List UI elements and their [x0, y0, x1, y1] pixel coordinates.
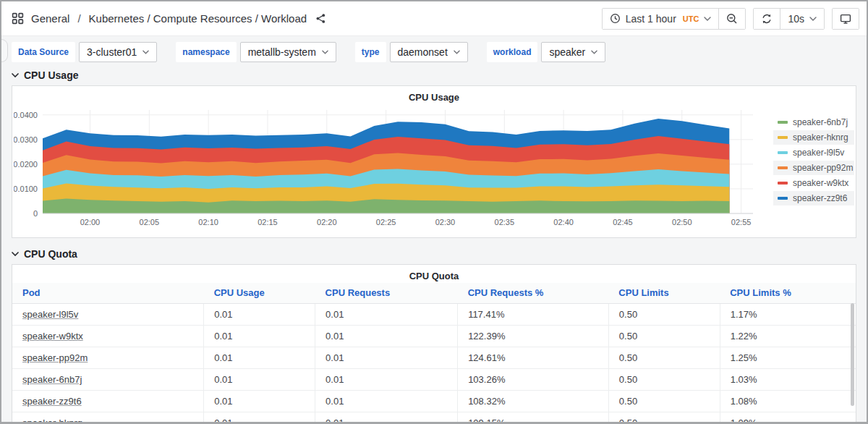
- table-row: speaker-pp92m0.010.01124.61%0.501.25%: [12, 347, 856, 369]
- refresh-button[interactable]: [754, 9, 780, 29]
- pod-link[interactable]: speaker-6nb7j: [22, 374, 82, 385]
- breadcrumb-dashboard[interactable]: Kubernetes / Compute Resources / Workloa…: [89, 12, 307, 25]
- table-cell: 0.01: [315, 326, 458, 347]
- table-cell: 103.26%: [458, 369, 609, 391]
- legend-color-swatch: [778, 151, 788, 154]
- table-cell: 0.01: [315, 304, 458, 326]
- variable-dropdown[interactable]: 3-cluster01: [79, 42, 157, 62]
- table-cell: 0.50: [608, 347, 720, 369]
- variable-namespace: namespacemetallb-system: [176, 42, 336, 62]
- table-cell: 117.41%: [458, 304, 609, 326]
- variable-label: workload: [487, 42, 538, 62]
- legend-item[interactable]: speaker-hknrg: [773, 130, 854, 145]
- panel-title[interactable]: CPU Usage: [12, 86, 856, 104]
- table-cell: speaker-hknrg: [12, 412, 204, 424]
- zoom-out-button[interactable]: [718, 9, 745, 29]
- y-axis-tick: 0.0100: [14, 185, 38, 193]
- table-cell: 0.01: [315, 369, 458, 391]
- legend-item[interactable]: speaker-l9l5v: [773, 145, 854, 160]
- x-axis-tick: 02:00: [80, 218, 101, 226]
- grafana-dashboard-window: General / Kubernetes / Compute Resources…: [0, 0, 868, 424]
- legend-color-swatch: [778, 182, 788, 185]
- legend-label: speaker-6nb7j: [793, 117, 848, 127]
- table-cell: 1.03%: [720, 369, 856, 391]
- pod-link[interactable]: speaker-w9ktx: [22, 331, 83, 342]
- column-header[interactable]: Pod: [12, 283, 204, 304]
- table-cell: speaker-zz9t6: [12, 391, 204, 412]
- time-range-picker[interactable]: Last 1 hour UTC: [603, 9, 719, 29]
- pod-link[interactable]: speaker-l9l5v: [22, 309, 78, 320]
- variable-label: Data Source: [12, 42, 75, 62]
- cpu-usage-panel: CPU Usage 00.01000.02000.03000.040002:00…: [12, 85, 856, 238]
- table-cell: 0.01: [204, 347, 315, 369]
- table-cell: speaker-pp92m: [12, 347, 204, 369]
- table-cell: 0.01: [204, 326, 315, 347]
- column-header[interactable]: CPU Usage: [204, 283, 315, 304]
- x-axis-tick: 02:50: [672, 218, 692, 226]
- variable-dropdown[interactable]: metallb-system: [240, 42, 336, 62]
- chevron-down-icon: [704, 17, 711, 21]
- chevron-down-icon: [454, 50, 460, 54]
- table-scrollbar[interactable]: [851, 303, 854, 406]
- table-cell: 0.01: [315, 347, 458, 369]
- share-icon[interactable]: [315, 13, 326, 24]
- kiosk-mode-button[interactable]: [833, 9, 859, 29]
- table-cell: speaker-6nb7j: [12, 369, 204, 391]
- timezone-label: UTC: [683, 14, 699, 23]
- refresh-group: 10s: [753, 8, 825, 30]
- section-title: CPU Usage: [24, 69, 78, 81]
- legend-color-swatch: [778, 197, 788, 200]
- pod-link[interactable]: speaker-zz9t6: [22, 396, 82, 407]
- table-cell: 0.01: [315, 391, 458, 412]
- column-header[interactable]: CPU Requests %: [458, 283, 609, 304]
- section-header-cpu-usage[interactable]: CPU Usage: [12, 69, 856, 81]
- legend-color-swatch: [778, 136, 788, 139]
- table-cell: 0.01: [204, 412, 315, 424]
- column-header[interactable]: CPU Limits: [608, 283, 720, 304]
- time-controls-group: Last 1 hour UTC: [602, 8, 746, 30]
- table-cell: 1.09%: [720, 412, 856, 424]
- pod-link[interactable]: speaker-hknrg: [22, 417, 82, 424]
- table-cell: 109.15%: [458, 412, 609, 424]
- monitor-icon: [840, 13, 851, 25]
- section-header-cpu-quota[interactable]: CPU Quota: [12, 248, 856, 260]
- pod-link[interactable]: speaker-pp92m: [22, 352, 88, 363]
- variable-data-source: Data Source3-cluster01: [12, 42, 157, 62]
- cpu-usage-stacked-area-chart[interactable]: 00.01000.02000.03000.040002:0002:0502:10…: [14, 104, 773, 232]
- table-row: speaker-l9l5v0.010.01117.41%0.501.17%: [12, 304, 856, 326]
- sidebar-pull-tab[interactable]: [1, 39, 8, 62]
- legend-item[interactable]: speaker-w9ktx: [773, 176, 854, 190]
- breadcrumb-folder[interactable]: General: [31, 12, 69, 25]
- legend-item[interactable]: speaker-zz9t6: [773, 191, 854, 205]
- table-cell: 0.01: [315, 412, 458, 424]
- legend-label: speaker-hknrg: [793, 132, 848, 143]
- table-row: speaker-w9ktx0.010.01122.39%0.501.22%: [12, 326, 856, 347]
- variable-value: metallb-system: [248, 46, 316, 58]
- chevron-down-icon: [809, 17, 817, 21]
- x-axis-tick: 02:35: [495, 218, 515, 226]
- column-header[interactable]: CPU Limits %: [720, 283, 856, 304]
- legend-item[interactable]: speaker-6nb7j: [773, 115, 854, 130]
- cpu-quota-table: PodCPU UsageCPU RequestsCPU Requests %CP…: [12, 283, 856, 424]
- variable-dropdown[interactable]: speaker: [541, 42, 605, 62]
- magnifier-minus-icon: [726, 13, 738, 25]
- table-row: speaker-6nb7j0.010.01103.26%0.501.03%: [12, 369, 856, 391]
- legend-item[interactable]: speaker-pp92m: [773, 161, 854, 175]
- breadcrumb: General / Kubernetes / Compute Resources…: [12, 12, 326, 25]
- x-axis-tick: 02:30: [435, 218, 456, 226]
- x-axis-tick: 02:05: [140, 218, 160, 226]
- column-header[interactable]: CPU Requests: [315, 283, 458, 304]
- legend-label: speaker-l9l5v: [793, 148, 844, 158]
- panel-title[interactable]: CPU Quota: [12, 265, 856, 283]
- variable-dropdown[interactable]: daemonset: [390, 42, 468, 62]
- variable-type: typedaemonset: [355, 42, 468, 62]
- variable-label: type: [355, 42, 386, 62]
- breadcrumb-separator: /: [77, 12, 80, 25]
- x-axis-tick: 02:25: [376, 218, 396, 226]
- refresh-interval-picker[interactable]: 10s: [780, 9, 824, 29]
- clock-icon: [610, 13, 621, 24]
- legend-color-swatch: [778, 166, 788, 169]
- x-axis-tick: 02:10: [198, 218, 218, 226]
- y-axis-tick: 0.0300: [14, 135, 38, 144]
- apps-grid-icon[interactable]: [12, 12, 24, 25]
